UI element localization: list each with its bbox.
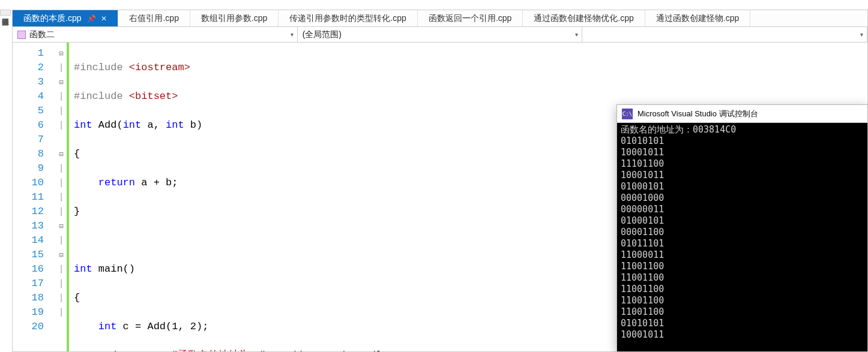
console-line: 11000011	[621, 249, 864, 261]
project-icon	[17, 31, 26, 39]
scope-label: 函数二	[29, 29, 55, 40]
line-number-gutter: 12345 678910 1112131415 1617181920	[13, 43, 56, 351]
pin-icon[interactable]: 📌	[87, 14, 96, 23]
tab-label: 函数返回一个引用.cpp	[429, 13, 511, 24]
console-line: 11001100	[621, 284, 864, 295]
tab-item[interactable]: 数组引用参数.cpp	[190, 10, 279, 26]
function-dropdown[interactable]: ▾	[582, 27, 867, 42]
close-icon[interactable]: ✕	[101, 14, 107, 23]
chevron-down-icon: ▾	[291, 31, 294, 38]
console-line: 01010101	[621, 136, 864, 147]
chevron-down-icon: ▾	[575, 31, 578, 38]
tab-item[interactable]: 通过函数创建怪物.cpp	[645, 10, 750, 26]
tab-active[interactable]: 函数的本质.cpp 📌 ✕	[13, 10, 118, 26]
tab-item[interactable]: 右值引用.cpp	[118, 10, 190, 26]
tab-label: 通过函数创建怪物优化.cpp	[534, 13, 633, 24]
tab-item[interactable]: 函数返回一个引用.cpp	[418, 10, 523, 26]
tab-label: 传递引用参数时的类型转化.cpp	[289, 13, 406, 24]
console-line: 10001011	[621, 329, 864, 341]
console-line: 10001011	[621, 170, 864, 181]
console-line: 01000101	[621, 181, 864, 192]
console-titlebar[interactable]: C:\ Microsoft Visual Studio 调试控制台	[617, 105, 867, 123]
tab-label: 函数的本质.cpp	[23, 13, 81, 24]
debug-console-window[interactable]: C:\ Microsoft Visual Studio 调试控制台 函数名的地址…	[616, 104, 868, 352]
tab-item[interactable]: 传递引用参数时的类型转化.cpp	[279, 10, 417, 26]
console-output[interactable]: 函数名的地址为：003814C0 01010101 10001011 11101…	[617, 123, 867, 351]
tab-item[interactable]: 通过函数创建怪物优化.cpp	[523, 10, 645, 26]
fold-toggle[interactable]: ⊟	[56, 147, 67, 161]
console-line: 00001100	[621, 227, 864, 238]
fold-toggle[interactable]: ⊟	[56, 248, 67, 262]
navigation-bar: 函数二 ▾ (全局范围) ▾ ▾	[13, 27, 867, 43]
console-line: 01010101	[621, 318, 864, 329]
member-dropdown[interactable]: (全局范围) ▾	[298, 27, 583, 42]
chevron-down-icon: ▾	[860, 31, 863, 38]
console-line: 01011101	[621, 238, 864, 249]
console-line: 01000101	[621, 215, 864, 227]
console-line: 10001011	[621, 147, 864, 158]
console-line: 11001100	[621, 272, 864, 284]
console-line: 00001000	[621, 192, 864, 204]
member-label: (全局范围)	[303, 29, 342, 40]
console-line: 11001100	[621, 261, 864, 272]
tab-label: 右值引用.cpp	[129, 13, 178, 24]
tab-label: 通过函数创建怪物.cpp	[656, 13, 739, 24]
console-line: 11001100	[621, 306, 864, 318]
document-tab-strip: 函数的本质.cpp 📌 ✕ 右值引用.cpp 数组引用参数.cpp 传递引用参数…	[13, 10, 867, 27]
console-title-text: Microsoft Visual Studio 调试控制台	[637, 109, 758, 119]
scope-dropdown[interactable]: 函数二 ▾	[13, 27, 298, 42]
console-line: 11001100	[621, 295, 864, 306]
console-line: 11101100	[621, 158, 864, 170]
console-line: 函数名的地址为：003814C0	[621, 124, 864, 136]
outline-fold-column[interactable]: ⊟ │ ⊟ │ │ │ ⊟ │ │ │ │ ⊟ │ ⊟ │ │ │ │	[56, 43, 69, 351]
fold-toggle[interactable]: ⊟	[56, 75, 67, 89]
fold-toggle[interactable]: ⊟	[56, 219, 67, 233]
console-icon: C:\	[622, 109, 633, 119]
console-line: 00000011	[621, 204, 864, 215]
tab-label: 数组引用参数.cpp	[201, 13, 267, 24]
server-explorer-tool-tab[interactable]: 服务器资源管理器	[0, 10, 11, 16]
fold-toggle[interactable]: ⊟	[56, 46, 67, 61]
